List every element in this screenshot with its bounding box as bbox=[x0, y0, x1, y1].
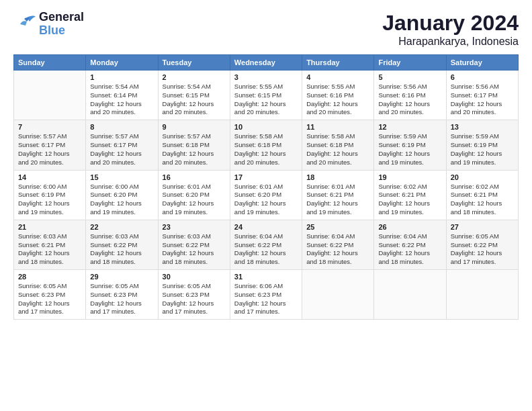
table-row: 7Sunrise: 5:57 AMSunset: 6:17 PMDaylight… bbox=[14, 120, 86, 170]
day-number: 6 bbox=[451, 73, 514, 81]
day-info: Sunrise: 5:57 AMSunset: 6:18 PMDaylight:… bbox=[163, 132, 214, 165]
table-row: 18Sunrise: 6:01 AMSunset: 6:21 PMDayligh… bbox=[302, 170, 374, 220]
day-info: Sunrise: 6:03 AMSunset: 6:21 PMDaylight:… bbox=[18, 232, 70, 265]
day-info: Sunrise: 6:05 AMSunset: 6:22 PMDaylight:… bbox=[451, 232, 502, 265]
day-info: Sunrise: 6:02 AMSunset: 6:21 PMDaylight:… bbox=[451, 183, 502, 216]
day-info: Sunrise: 5:56 AMSunset: 6:17 PMDaylight:… bbox=[451, 83, 502, 116]
day-info: Sunrise: 5:59 AMSunset: 6:19 PMDaylight:… bbox=[451, 132, 502, 165]
day-info: Sunrise: 5:57 AMSunset: 6:17 PMDaylight:… bbox=[90, 132, 142, 165]
day-info: Sunrise: 6:01 AMSunset: 6:21 PMDaylight:… bbox=[306, 183, 358, 216]
day-info: Sunrise: 5:54 AMSunset: 6:14 PMDaylight:… bbox=[90, 83, 142, 116]
table-row: 28Sunrise: 6:05 AMSunset: 6:23 PMDayligh… bbox=[14, 270, 86, 320]
day-number: 17 bbox=[234, 173, 298, 181]
day-info: Sunrise: 6:00 AMSunset: 6:19 PMDaylight:… bbox=[18, 183, 70, 216]
table-row: 26Sunrise: 6:04 AMSunset: 6:22 PMDayligh… bbox=[374, 220, 446, 269]
day-info: Sunrise: 5:54 AMSunset: 6:15 PMDaylight:… bbox=[163, 83, 214, 116]
table-row: 27Sunrise: 6:05 AMSunset: 6:22 PMDayligh… bbox=[446, 220, 518, 269]
logo: General Blue bbox=[13, 11, 84, 38]
day-number: 10 bbox=[234, 123, 298, 131]
table-row: 25Sunrise: 6:04 AMSunset: 6:22 PMDayligh… bbox=[302, 220, 374, 269]
table-row bbox=[302, 270, 374, 320]
day-info: Sunrise: 5:57 AMSunset: 6:17 PMDaylight:… bbox=[18, 132, 70, 165]
day-info: Sunrise: 6:05 AMSunset: 6:23 PMDaylight:… bbox=[18, 282, 70, 315]
day-number: 3 bbox=[234, 73, 298, 81]
day-number: 31 bbox=[234, 273, 298, 281]
table-row bbox=[374, 270, 446, 320]
day-number: 4 bbox=[306, 73, 369, 81]
day-number: 5 bbox=[378, 73, 441, 81]
col-sunday: Sunday bbox=[14, 55, 86, 71]
table-row: 23Sunrise: 6:03 AMSunset: 6:22 PMDayligh… bbox=[158, 220, 230, 269]
day-number: 19 bbox=[378, 173, 441, 181]
day-info: Sunrise: 6:03 AMSunset: 6:22 PMDaylight:… bbox=[90, 232, 142, 265]
calendar-table: Sunday Monday Tuesday Wednesday Thursday… bbox=[13, 54, 519, 320]
table-row: 13Sunrise: 5:59 AMSunset: 6:19 PMDayligh… bbox=[446, 120, 518, 170]
table-row: 30Sunrise: 6:05 AMSunset: 6:23 PMDayligh… bbox=[158, 270, 230, 320]
day-number: 23 bbox=[163, 223, 226, 231]
col-friday: Friday bbox=[374, 55, 446, 71]
calendar-header-row: Sunday Monday Tuesday Wednesday Thursday… bbox=[14, 55, 519, 71]
day-number: 9 bbox=[163, 123, 226, 131]
table-row: 11Sunrise: 5:58 AMSunset: 6:18 PMDayligh… bbox=[302, 120, 374, 170]
day-number: 14 bbox=[18, 173, 81, 181]
day-number: 28 bbox=[18, 273, 81, 281]
table-row: 6Sunrise: 5:56 AMSunset: 6:17 PMDaylight… bbox=[446, 71, 518, 120]
table-row: 16Sunrise: 6:01 AMSunset: 6:20 PMDayligh… bbox=[158, 170, 230, 220]
table-row: 4Sunrise: 5:55 AMSunset: 6:16 PMDaylight… bbox=[302, 71, 374, 120]
day-info: Sunrise: 6:04 AMSunset: 6:22 PMDaylight:… bbox=[378, 232, 430, 265]
col-wednesday: Wednesday bbox=[230, 55, 302, 71]
day-info: Sunrise: 6:00 AMSunset: 6:20 PMDaylight:… bbox=[90, 183, 142, 216]
page-subtitle: Harapankarya, Indonesia bbox=[382, 36, 519, 48]
table-row: 5Sunrise: 5:56 AMSunset: 6:16 PMDaylight… bbox=[374, 71, 446, 120]
day-number: 22 bbox=[90, 223, 153, 231]
calendar-week-row: 1Sunrise: 5:54 AMSunset: 6:14 PMDaylight… bbox=[14, 71, 519, 120]
table-row bbox=[14, 71, 86, 120]
table-row: 14Sunrise: 6:00 AMSunset: 6:19 PMDayligh… bbox=[14, 170, 86, 220]
calendar-week-row: 14Sunrise: 6:00 AMSunset: 6:19 PMDayligh… bbox=[14, 170, 519, 220]
table-row: 22Sunrise: 6:03 AMSunset: 6:22 PMDayligh… bbox=[86, 220, 158, 269]
header: General Blue January 2024 Harapankarya, … bbox=[13, 11, 519, 48]
logo-blue: Blue bbox=[39, 24, 84, 38]
day-number: 25 bbox=[306, 223, 369, 231]
day-info: Sunrise: 6:03 AMSunset: 6:22 PMDaylight:… bbox=[163, 232, 214, 265]
day-number: 15 bbox=[90, 173, 153, 181]
day-info: Sunrise: 5:55 AMSunset: 6:16 PMDaylight:… bbox=[306, 83, 358, 116]
logo-bird-icon bbox=[13, 15, 36, 34]
table-row: 8Sunrise: 5:57 AMSunset: 6:17 PMDaylight… bbox=[86, 120, 158, 170]
table-row: 19Sunrise: 6:02 AMSunset: 6:21 PMDayligh… bbox=[374, 170, 446, 220]
logo-general: General bbox=[39, 11, 84, 24]
day-number: 20 bbox=[451, 173, 514, 181]
day-info: Sunrise: 5:59 AMSunset: 6:19 PMDaylight:… bbox=[378, 132, 430, 165]
day-info: Sunrise: 6:04 AMSunset: 6:22 PMDaylight:… bbox=[234, 232, 286, 265]
col-monday: Monday bbox=[86, 55, 158, 71]
table-row: 17Sunrise: 6:01 AMSunset: 6:20 PMDayligh… bbox=[230, 170, 302, 220]
day-info: Sunrise: 6:01 AMSunset: 6:20 PMDaylight:… bbox=[234, 183, 286, 216]
page-title: January 2024 bbox=[382, 11, 519, 36]
title-block: January 2024 Harapankarya, Indonesia bbox=[382, 11, 519, 48]
day-number: 8 bbox=[90, 123, 153, 131]
day-number: 21 bbox=[18, 223, 81, 231]
table-row: 24Sunrise: 6:04 AMSunset: 6:22 PMDayligh… bbox=[230, 220, 302, 269]
day-number: 12 bbox=[378, 123, 441, 131]
day-info: Sunrise: 6:06 AMSunset: 6:23 PMDaylight:… bbox=[234, 282, 286, 315]
day-number: 30 bbox=[163, 273, 226, 281]
day-info: Sunrise: 6:01 AMSunset: 6:20 PMDaylight:… bbox=[163, 183, 214, 216]
col-thursday: Thursday bbox=[302, 55, 374, 71]
day-number: 2 bbox=[163, 73, 226, 81]
day-info: Sunrise: 5:55 AMSunset: 6:15 PMDaylight:… bbox=[234, 83, 286, 116]
table-row bbox=[446, 270, 518, 320]
day-info: Sunrise: 5:58 AMSunset: 6:18 PMDaylight:… bbox=[306, 132, 358, 165]
day-number: 26 bbox=[378, 223, 441, 231]
day-info: Sunrise: 5:56 AMSunset: 6:16 PMDaylight:… bbox=[378, 83, 430, 116]
table-row: 2Sunrise: 5:54 AMSunset: 6:15 PMDaylight… bbox=[158, 71, 230, 120]
table-row: 29Sunrise: 6:05 AMSunset: 6:23 PMDayligh… bbox=[86, 270, 158, 320]
day-number: 29 bbox=[90, 273, 153, 281]
table-row: 31Sunrise: 6:06 AMSunset: 6:23 PMDayligh… bbox=[230, 270, 302, 320]
day-info: Sunrise: 6:04 AMSunset: 6:22 PMDaylight:… bbox=[306, 232, 358, 265]
day-info: Sunrise: 6:05 AMSunset: 6:23 PMDaylight:… bbox=[163, 282, 214, 315]
col-tuesday: Tuesday bbox=[158, 55, 230, 71]
day-number: 11 bbox=[306, 123, 369, 131]
calendar-week-row: 28Sunrise: 6:05 AMSunset: 6:23 PMDayligh… bbox=[14, 270, 519, 320]
table-row: 9Sunrise: 5:57 AMSunset: 6:18 PMDaylight… bbox=[158, 120, 230, 170]
calendar-week-row: 21Sunrise: 6:03 AMSunset: 6:21 PMDayligh… bbox=[14, 220, 519, 269]
